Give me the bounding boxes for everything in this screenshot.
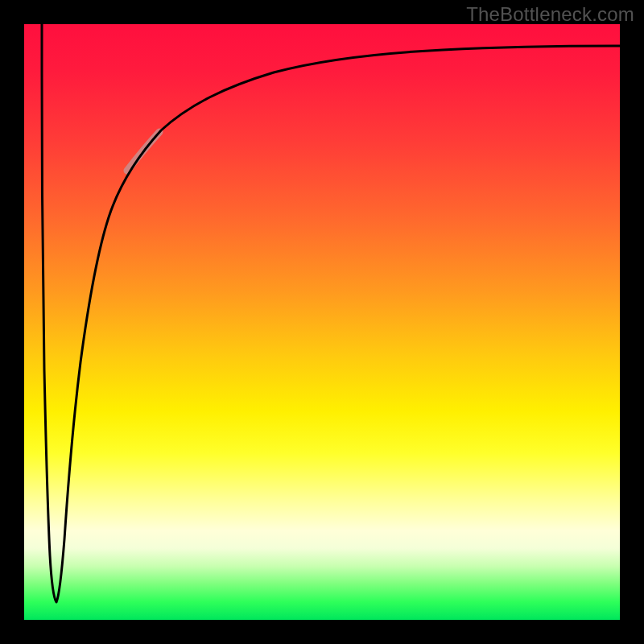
chart-frame: TheBottleneck.com — [0, 0, 644, 644]
plot-area — [24, 24, 620, 620]
curve-svg — [24, 24, 620, 620]
bottleneck-curve — [42, 24, 620, 602]
watermark-text: TheBottleneck.com — [466, 3, 634, 26]
